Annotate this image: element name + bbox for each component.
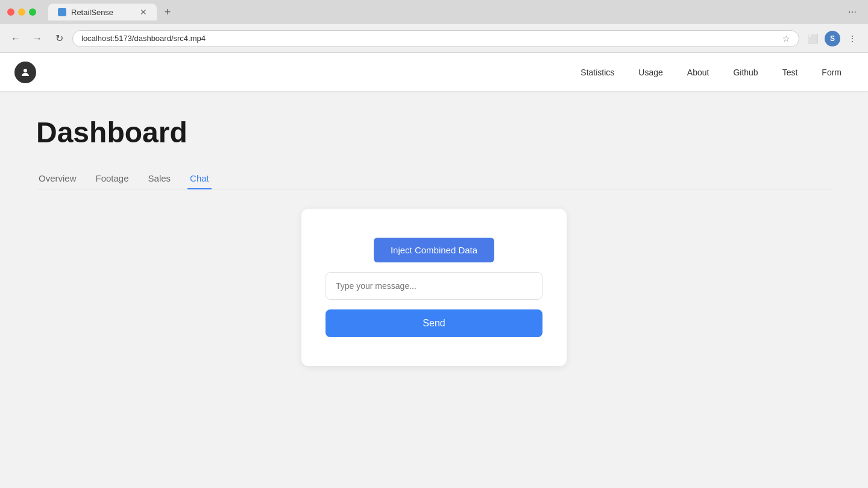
minimize-traffic-light[interactable] — [18, 8, 25, 16]
send-button[interactable]: Send — [326, 309, 542, 337]
browser-toolbar-right: ⋯ — [844, 4, 861, 21]
user-avatar[interactable] — [14, 62, 36, 83]
tab-title: RetailSense — [71, 8, 113, 17]
tab-overview[interactable]: Overview — [36, 168, 79, 189]
tab-close-icon[interactable]: ✕ — [140, 7, 147, 17]
nav-item-test[interactable]: Test — [770, 63, 810, 82]
profile-avatar[interactable]: S — [825, 31, 840, 46]
svg-point-0 — [24, 69, 27, 72]
browser-chrome: RetailSense ✕ + ⋯ ← → ↻ localhost:5173/d… — [0, 0, 868, 53]
inject-combined-data-button[interactable]: Inject Combined Data — [374, 238, 494, 262]
browser-titlebar: RetailSense ✕ + ⋯ — [0, 0, 868, 24]
app-header: Statistics Usage About Github Test Form — [0, 53, 868, 92]
nav-item-form[interactable]: Form — [810, 63, 854, 82]
tab-bar-dashboard: Overview Footage Sales Chat — [36, 168, 832, 189]
message-input[interactable] — [326, 272, 542, 300]
browser-tab[interactable]: RetailSense ✕ — [48, 4, 157, 21]
tab-bar: RetailSense ✕ + — [48, 4, 839, 21]
main-content: Dashboard Overview Footage Sales Chat In… — [0, 92, 868, 488]
back-button[interactable]: ← — [7, 30, 24, 47]
browser-menu-icon[interactable]: ⋮ — [844, 30, 861, 47]
page-title: Dashboard — [36, 116, 832, 149]
nav-item-about[interactable]: About — [675, 63, 722, 82]
bookmark-icon[interactable]: ☆ — [782, 34, 790, 43]
page-content: Statistics Usage About Github Test Form … — [0, 53, 868, 488]
close-traffic-light[interactable] — [7, 8, 14, 16]
app-logo-area — [14, 62, 36, 83]
nav-item-usage[interactable]: Usage — [626, 63, 675, 82]
browser-toolbar: ← → ↻ localhost:5173/dashboard/src4.mp4 … — [0, 24, 868, 53]
new-tab-button[interactable]: + — [159, 4, 176, 21]
browser-extend-icon[interactable]: ⋯ — [844, 4, 861, 21]
forward-button[interactable]: → — [29, 30, 46, 47]
tab-sales[interactable]: Sales — [146, 168, 174, 189]
address-bar[interactable]: localhost:5173/dashboard/src4.mp4 ☆ — [72, 30, 799, 47]
chat-card: Inject Combined Data Send — [301, 209, 567, 366]
reload-button[interactable]: ↻ — [51, 30, 68, 47]
nav-item-github[interactable]: Github — [721, 63, 770, 82]
toolbar-actions: ⬜ S ⋮ — [804, 30, 861, 47]
maximize-traffic-light[interactable] — [29, 8, 36, 16]
app-nav: Statistics Usage About Github Test Form — [568, 63, 854, 82]
sidebar-toggle-icon[interactable]: ⬜ — [804, 30, 821, 47]
url-text: localhost:5173/dashboard/src4.mp4 — [81, 34, 778, 43]
tab-favicon — [58, 8, 66, 16]
nav-item-statistics[interactable]: Statistics — [568, 63, 626, 82]
tab-chat[interactable]: Chat — [187, 168, 212, 189]
tab-footage[interactable]: Footage — [93, 168, 131, 189]
traffic-lights — [7, 8, 36, 16]
